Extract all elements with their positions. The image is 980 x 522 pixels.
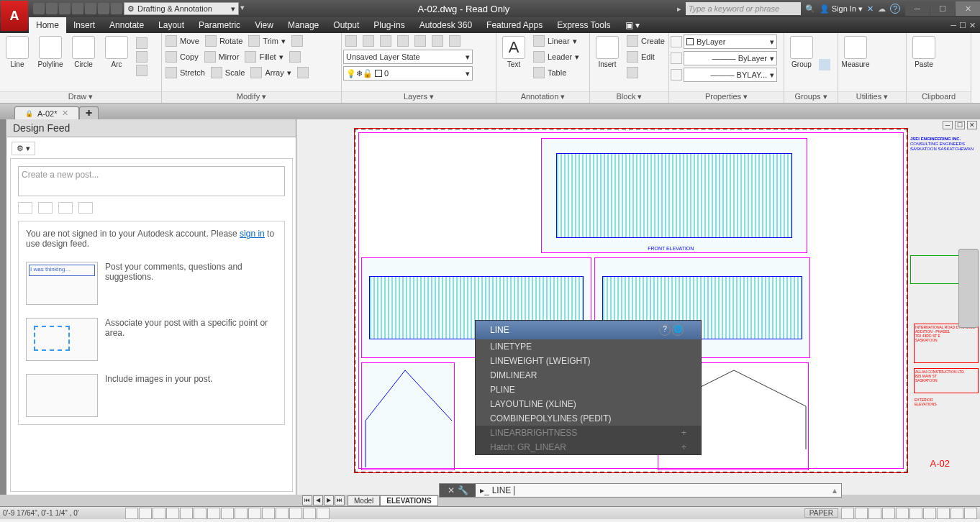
insert-button[interactable]: Insert	[591, 35, 623, 70]
tab-insert[interactable]: Insert	[66, 17, 102, 33]
sb-sc-icon[interactable]	[303, 508, 316, 519]
qat-plot-icon[interactable]	[85, 3, 96, 14]
cmd-item-pedit[interactable]: COMBINEPOLYLINES (PEDIT)	[476, 411, 701, 426]
cmd-item-line[interactable]: LINE ?🌐	[476, 321, 701, 339]
erase-button[interactable]	[289, 35, 305, 47]
layer-current-dropdown[interactable]: 💡❄🔓 0▾	[343, 66, 473, 81]
copy-button[interactable]: Copy	[163, 50, 201, 63]
layer-btn4[interactable]	[395, 35, 411, 47]
person-icon[interactable]	[58, 202, 73, 214]
qat-undo-icon[interactable]	[98, 3, 109, 14]
tab-prev-icon[interactable]: ◀	[313, 495, 323, 505]
layout-model[interactable]: Model	[348, 495, 380, 506]
util3[interactable]	[873, 59, 884, 70]
group-edit-button[interactable]	[819, 47, 830, 58]
vp-max-icon[interactable]: ☐	[955, 121, 965, 129]
sb-3dosnap-icon[interactable]	[207, 508, 220, 519]
sb-r8[interactable]	[937, 508, 950, 519]
scale-button[interactable]: Scale	[209, 66, 248, 79]
sb-qp-icon[interactable]	[289, 508, 302, 519]
viewport-front[interactable]: FRONT ELEVATION	[541, 138, 807, 253]
layer-btn1[interactable]	[343, 35, 359, 47]
search-icon[interactable]: 🔍	[805, 4, 815, 14]
draw-extra2[interactable]	[134, 50, 150, 63]
layout-elevations[interactable]: ELEVATIONS	[380, 495, 437, 506]
cmd-item-linearbrightness[interactable]: LINEARBRIGHTNESS+	[476, 426, 701, 440]
lineweight-dropdown[interactable]: ——— ByLayer▾	[684, 51, 777, 65]
cmd-item-xline[interactable]: LAYOUTLINE (XLINE)	[476, 397, 701, 411]
sb-am-icon[interactable]	[317, 508, 330, 519]
doc-min-icon[interactable]: ─	[950, 21, 956, 29]
measure-button[interactable]: Measure	[840, 35, 871, 70]
command-input[interactable]: LINE	[492, 485, 512, 495]
trim-button[interactable]: Trim ▾	[246, 35, 288, 47]
sb-grid-icon[interactable]	[153, 508, 165, 519]
exchange-icon[interactable]: ✕	[867, 4, 874, 14]
table-button[interactable]: Table	[531, 66, 581, 79]
cmd-item-dimlinear[interactable]: DIMLINEAR	[476, 368, 701, 383]
doc-tab-a02[interactable]: 🔒 A-02* ✕	[14, 106, 79, 119]
tab-next-icon[interactable]: ▶	[324, 495, 334, 505]
util1[interactable]	[873, 35, 884, 46]
tab-home[interactable]: Home	[29, 17, 66, 33]
layer-state-dropdown[interactable]: Unsaved Layer State▾	[343, 50, 473, 64]
cmd-item-linetype[interactable]: LINETYPE	[476, 339, 701, 354]
layer-btn3[interactable]	[378, 35, 394, 47]
line-button[interactable]: Line	[1, 35, 33, 70]
group-sel-button[interactable]	[819, 59, 830, 70]
sb-dyn-icon[interactable]	[248, 508, 261, 519]
vp-close-icon[interactable]: ✕	[967, 121, 977, 129]
edit-block-button[interactable]: Edit	[625, 50, 667, 63]
pin-icon[interactable]	[38, 202, 53, 214]
sb-tpy-icon[interactable]	[276, 508, 289, 519]
circle-button[interactable]: Circle	[68, 35, 99, 70]
tab-featured-apps[interactable]: Featured Apps	[479, 17, 550, 33]
tab-express-tools[interactable]: Express Tools	[550, 17, 617, 33]
sb-snap-icon[interactable]	[139, 508, 152, 519]
close-tab-icon[interactable]: ✕	[62, 109, 68, 118]
minimize-button[interactable]: ─	[905, 1, 930, 16]
paper-model-toggle[interactable]: PAPER	[804, 508, 838, 518]
qat-saveas-icon[interactable]	[72, 3, 83, 14]
polyline-button[interactable]: Polyline	[35, 35, 66, 70]
arc-button[interactable]: Arc	[101, 35, 132, 70]
panel-utilities-title[interactable]: Utilities ▾	[838, 91, 906, 103]
offset-button[interactable]	[295, 66, 311, 79]
tab-layout[interactable]: Layout	[151, 17, 191, 33]
text-button[interactable]: AText	[498, 35, 530, 70]
panel-modify-title[interactable]: Modify ▾	[162, 91, 341, 103]
image-icon[interactable]	[78, 202, 93, 214]
cmd-item-lineweight[interactable]: LINEWEIGHT (LWEIGHT)	[476, 354, 701, 368]
sb-r9[interactable]	[950, 508, 963, 519]
sb-r6[interactable]	[909, 508, 922, 519]
qat-save-icon[interactable]	[59, 3, 71, 14]
tab-extra-icon[interactable]: ▣ ▾	[618, 17, 647, 33]
doc-max-icon[interactable]: ☐	[959, 21, 966, 30]
doc-close-icon[interactable]: ✕	[969, 21, 976, 30]
sb-otrack-icon[interactable]	[221, 508, 234, 519]
help-small-icon[interactable]: ?	[659, 324, 671, 336]
explode-button[interactable]	[287, 50, 303, 63]
help-search-input[interactable]: Type a keyword or phrase	[686, 2, 801, 15]
qat-new-icon[interactable]	[33, 3, 45, 14]
app-logo[interactable]: A	[1, 1, 28, 31]
select-icon[interactable]	[18, 202, 32, 214]
panel-block-title[interactable]: Block ▾	[590, 91, 668, 103]
tab-manage[interactable]: Manage	[281, 17, 326, 33]
cmd-item-hatch[interactable]: Hatch: GR_LINEAR+	[476, 440, 701, 454]
color-dropdown[interactable]: ByLayer▾	[684, 35, 777, 49]
cmd-item-pline[interactable]: PLINE	[476, 383, 701, 397]
group-button[interactable]: Group	[786, 35, 817, 70]
sb-osnap-icon[interactable]	[194, 508, 207, 519]
tab-annotate[interactable]: Annotate	[102, 17, 151, 33]
tab-plugins[interactable]: Plug-ins	[366, 17, 412, 33]
globe-icon[interactable]: 🌐	[672, 324, 684, 336]
linear-dim-button[interactable]: Linear ▾	[531, 35, 581, 47]
sb-r4[interactable]	[882, 508, 895, 519]
sb-polar-icon[interactable]	[180, 508, 193, 519]
sb-infer-icon[interactable]	[125, 508, 138, 519]
stretch-button[interactable]: Stretch	[163, 66, 207, 79]
workspace-dropdown[interactable]: ⚙ Drafting & Annotation ▾	[124, 2, 239, 15]
help-icon[interactable]: ?	[890, 4, 900, 14]
sb-r2[interactable]	[855, 508, 868, 519]
